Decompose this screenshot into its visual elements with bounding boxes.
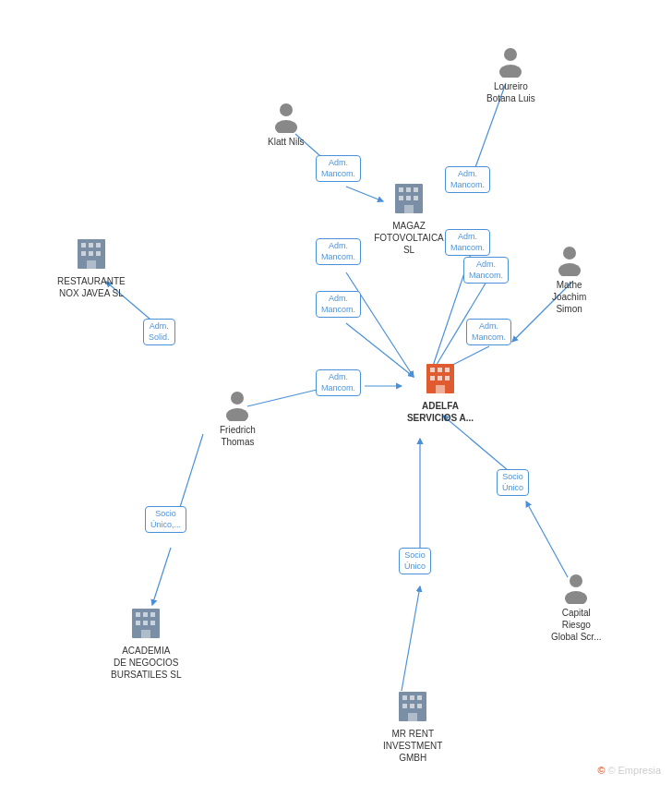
node-label-magaz: MAGAZFOTOVOLTAICA SL [367, 220, 450, 256]
svg-line-15 [443, 416, 514, 476]
badge-adm-6[interactable]: Adm.Mancom. [316, 291, 361, 318]
network-canvas: ADELFA SERVICIOS A... MAGAZFOTOVOLTAICA … [0, 0, 672, 785]
svg-rect-36 [89, 243, 93, 248]
building-icon-adelfa [424, 360, 457, 397]
svg-line-14 [526, 501, 568, 577]
badge-socio-1[interactable]: SocioÚnico,... [145, 506, 186, 533]
node-klatt[interactable]: Klatt Nils [268, 100, 304, 148]
svg-point-65 [226, 408, 248, 421]
person-icon-friedrich [221, 388, 254, 421]
node-label-klatt: Klatt Nils [268, 136, 304, 148]
svg-point-63 [558, 263, 581, 276]
svg-rect-52 [410, 695, 414, 700]
svg-rect-40 [96, 251, 101, 256]
svg-rect-27 [399, 187, 403, 192]
svg-point-58 [280, 103, 293, 116]
svg-point-62 [563, 247, 576, 260]
node-label-capital: CapitalRiesgoGlobal Scr... [551, 607, 601, 643]
node-label-academia: ACADEMIADE NEGOCIOSBURSATILES SL [111, 645, 182, 681]
svg-point-59 [275, 120, 297, 133]
badge-adm-7[interactable]: Adm.Mancom. [466, 319, 511, 345]
svg-rect-31 [406, 196, 411, 200]
svg-rect-30 [399, 196, 403, 200]
node-magaz[interactable]: MAGAZFOTOVOLTAICA SL [367, 180, 450, 256]
svg-point-60 [504, 48, 517, 61]
svg-rect-56 [417, 704, 422, 708]
svg-rect-55 [410, 704, 414, 708]
svg-rect-25 [436, 385, 445, 393]
svg-rect-23 [438, 376, 442, 380]
svg-line-13 [152, 548, 171, 605]
building-icon-mrrent [396, 688, 429, 725]
node-restaurante[interactable]: RESTAURANTENOX JAVEA SL [57, 236, 126, 299]
svg-rect-38 [81, 251, 86, 256]
person-icon-loureiro [494, 44, 527, 78]
svg-rect-47 [143, 621, 148, 625]
node-friedrich[interactable]: FriedrichThomas [220, 388, 256, 448]
node-label-loureiro: LoureiroBotana Luis [486, 80, 535, 104]
svg-rect-54 [402, 704, 407, 708]
svg-point-64 [231, 392, 244, 405]
svg-rect-32 [414, 196, 418, 200]
svg-rect-44 [143, 612, 148, 617]
badge-adm-solid[interactable]: Adm.Solid. [143, 319, 175, 345]
badge-socio-3[interactable]: SocioÚnico [497, 469, 529, 496]
person-icon-klatt [270, 100, 303, 133]
node-adelfa[interactable]: ADELFA SERVICIOS A... [399, 360, 482, 424]
badge-adm-2[interactable]: Adm.Mancom. [445, 166, 490, 193]
svg-rect-57 [408, 713, 417, 721]
node-label-mathe: MatheJoachimSimon [552, 279, 586, 315]
svg-point-66 [570, 574, 582, 587]
svg-rect-37 [96, 243, 101, 248]
badge-socio-2[interactable]: SocioÚnico [399, 548, 431, 574]
svg-rect-49 [141, 630, 150, 638]
svg-rect-28 [406, 187, 411, 192]
svg-point-61 [499, 65, 522, 78]
node-label-mrrent: MR RENTINVESTMENTGMBH [383, 728, 442, 764]
badge-adm-4[interactable]: Adm.Mancom. [445, 229, 490, 256]
badge-adm-8[interactable]: Adm.Mancom. [316, 369, 361, 396]
node-label-restaurante: RESTAURANTENOX JAVEA SL [57, 275, 126, 299]
svg-rect-43 [136, 612, 140, 617]
node-label-adelfa: ADELFA SERVICIOS A... [399, 400, 482, 424]
building-icon-academia [129, 605, 162, 642]
building-icon-magaz [392, 180, 426, 217]
svg-rect-41 [87, 260, 96, 269]
node-academia[interactable]: ACADEMIADE NEGOCIOSBURSATILES SL [111, 605, 182, 681]
svg-line-17 [402, 586, 420, 691]
svg-rect-24 [445, 376, 450, 380]
svg-rect-51 [402, 695, 407, 700]
svg-rect-35 [81, 243, 86, 248]
person-icon-mathe [553, 243, 586, 276]
watermark: © © Empresia [597, 765, 661, 776]
svg-rect-20 [438, 368, 442, 372]
svg-rect-48 [150, 621, 155, 625]
badge-adm-3[interactable]: Adm.Mancom. [316, 238, 361, 265]
building-icon-restaurante [75, 236, 108, 272]
node-label-friedrich: FriedrichThomas [220, 424, 256, 448]
node-mathe[interactable]: MatheJoachimSimon [552, 243, 586, 315]
badge-adm-1[interactable]: Adm.Mancom. [316, 155, 361, 182]
node-loureiro[interactable]: LoureiroBotana Luis [486, 44, 535, 104]
svg-rect-33 [404, 205, 414, 213]
svg-rect-21 [445, 368, 450, 372]
watermark-symbol: © [597, 765, 605, 776]
badge-adm-5[interactable]: Adm.Mancom. [463, 257, 509, 284]
svg-point-67 [565, 591, 587, 604]
svg-rect-46 [136, 621, 140, 625]
watermark-text: © Empresia [607, 765, 661, 776]
person-icon-capital [559, 571, 593, 604]
svg-rect-53 [417, 695, 422, 700]
node-capital[interactable]: CapitalRiesgoGlobal Scr... [551, 571, 601, 643]
svg-rect-22 [430, 376, 435, 380]
svg-rect-45 [150, 612, 155, 617]
svg-rect-29 [414, 187, 418, 192]
svg-rect-39 [89, 251, 93, 256]
node-mrrent[interactable]: MR RENTINVESTMENTGMBH [383, 688, 442, 764]
svg-rect-19 [430, 368, 435, 372]
